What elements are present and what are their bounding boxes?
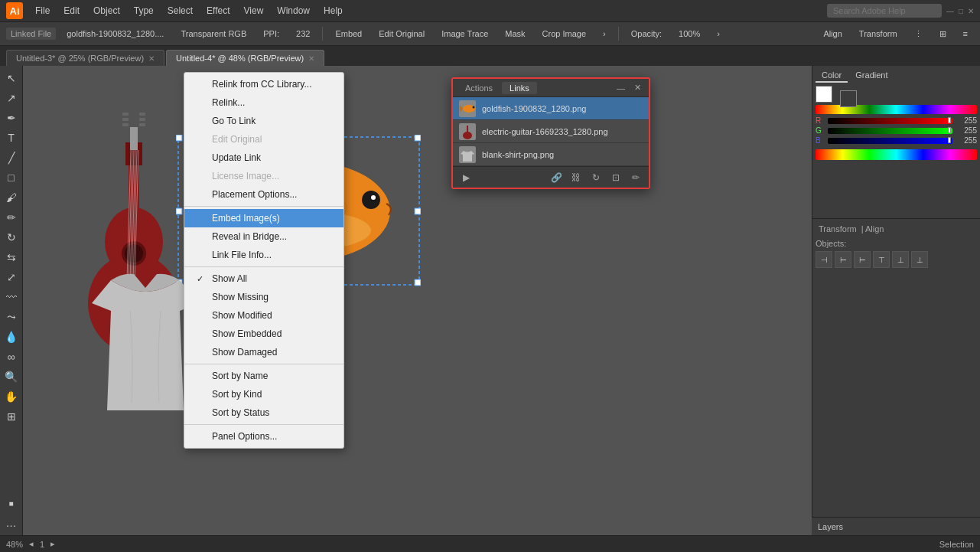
- ctx-sort-name[interactable]: Sort by Name: [184, 367, 343, 385]
- eyedropper-tool[interactable]: 💧: [2, 328, 21, 346]
- selection-tool[interactable]: ↖: [2, 69, 21, 87]
- ctx-link-file-info[interactable]: Link File Info...: [184, 246, 343, 264]
- ctx-sort-kind[interactable]: Sort by Kind: [184, 385, 343, 403]
- transform-button[interactable]: Transform: [853, 27, 903, 41]
- align-button[interactable]: Align: [817, 27, 848, 41]
- ctx-show-missing[interactable]: Show Missing: [184, 288, 343, 306]
- menu-view[interactable]: View: [238, 3, 270, 18]
- pencil-tool[interactable]: ✏: [2, 208, 21, 227]
- align-right-btn[interactable]: ⊢: [854, 251, 871, 268]
- panel-menu-icon[interactable]: ≡: [957, 27, 974, 41]
- fill-stroke-tool[interactable]: ■: [2, 494, 21, 512]
- ctx-placement-options[interactable]: Placement Options...: [184, 185, 343, 204]
- align-left-btn[interactable]: ⊣: [816, 251, 832, 268]
- link-item-shirt[interactable]: blank-shirt-png.png: [453, 143, 649, 166]
- menu-window[interactable]: Window: [271, 3, 316, 18]
- fill-swatch[interactable]: [816, 86, 832, 103]
- relink-icon[interactable]: 🔗: [548, 170, 565, 185]
- menu-type[interactable]: Type: [128, 3, 160, 18]
- rectangle-tool[interactable]: □: [2, 168, 21, 187]
- link-item-fish[interactable]: goldfish-1900832_1280.png: [453, 97, 649, 120]
- ctx-sort-status[interactable]: Sort by Status: [184, 403, 343, 422]
- opacity-value[interactable]: 100%: [672, 27, 706, 41]
- zoom-tool[interactable]: 🔍: [2, 367, 21, 386]
- window-close-icon[interactable]: ✕: [968, 7, 974, 15]
- panel-tab-links[interactable]: Links: [502, 82, 537, 94]
- arrange-icon[interactable]: ⊞: [933, 27, 952, 41]
- panel-minimize-icon[interactable]: —: [614, 83, 628, 93]
- mask-button[interactable]: Mask: [499, 27, 531, 41]
- color-tab-gradient[interactable]: Gradient: [849, 69, 894, 83]
- line-tool[interactable]: ╱: [2, 149, 21, 167]
- hand-tool[interactable]: ✋: [2, 387, 21, 406]
- menu-object[interactable]: Object: [87, 3, 126, 18]
- ctx-panel-options[interactable]: Panel Options...: [184, 427, 343, 446]
- panel-expand-icon[interactable]: ▶: [457, 170, 474, 185]
- more-tools-icon[interactable]: ⋮: [908, 27, 929, 41]
- ctx-show-damaged[interactable]: Show Damaged: [184, 343, 343, 361]
- image-trace-button[interactable]: Image Trace: [435, 27, 494, 41]
- ctx-relink-cc[interactable]: Relink from CC Library...: [184, 75, 343, 93]
- tab-untitled3[interactable]: Untitled-3* @ 25% (RGB/Preview) ✕: [6, 50, 164, 66]
- color-spectrum-full[interactable]: [816, 149, 977, 160]
- ctx-show-all[interactable]: ✓ Show All: [184, 269, 343, 288]
- direct-selection-tool[interactable]: ↗: [2, 89, 21, 107]
- zoom-increase-icon[interactable]: ▸: [50, 539, 55, 549]
- search-input[interactable]: [827, 4, 942, 18]
- more-tools-expand[interactable]: …: [2, 514, 21, 532]
- warp-tool[interactable]: 〰: [2, 288, 21, 306]
- align-top-btn[interactable]: ⊤: [873, 251, 890, 268]
- color-tab-color[interactable]: Color: [816, 69, 848, 83]
- menu-file[interactable]: File: [29, 3, 56, 18]
- r-slider[interactable]: [828, 118, 952, 124]
- ctx-show-embedded[interactable]: Show Embedded: [184, 325, 343, 343]
- layers-tab[interactable]: Layers: [818, 522, 843, 531]
- type-tool[interactable]: T: [2, 129, 21, 147]
- ctx-go-to-link[interactable]: Go To Link: [184, 112, 343, 130]
- panel-tab-actions[interactable]: Actions: [457, 82, 500, 94]
- ctx-reveal-bridge[interactable]: Reveal in Bridge...: [184, 227, 343, 246]
- tab-close-icon2[interactable]: ✕: [308, 54, 314, 63]
- scale-tool[interactable]: ⤢: [2, 268, 21, 286]
- align-center-h-btn[interactable]: ⊢: [835, 251, 851, 268]
- window-minimize-icon[interactable]: —: [946, 7, 954, 15]
- b-slider[interactable]: [828, 138, 952, 144]
- pen-tool[interactable]: ✒: [2, 109, 21, 127]
- align-bottom-btn[interactable]: ⊥: [911, 251, 928, 268]
- crop-image-button[interactable]: Crop Image: [536, 27, 592, 41]
- width-tool[interactable]: ⤳: [2, 308, 21, 326]
- menu-select[interactable]: Select: [161, 3, 199, 18]
- paintbrush-tool[interactable]: 🖌: [2, 188, 21, 207]
- tab-untitled4[interactable]: Untitled-4* @ 48% (RGB/Preview) ✕: [166, 50, 324, 66]
- update-link-icon[interactable]: ↻: [588, 170, 604, 185]
- more-options-button[interactable]: ›: [597, 27, 612, 41]
- window-maximize-icon[interactable]: □: [959, 7, 963, 15]
- tab-close-icon[interactable]: ✕: [148, 54, 155, 63]
- blend-tool[interactable]: ∞: [2, 348, 21, 366]
- embed-button[interactable]: Embed: [329, 27, 368, 41]
- panel-close-icon[interactable]: ✕: [631, 82, 644, 93]
- zoom-decrease-icon[interactable]: ◂: [29, 539, 34, 549]
- edit-icon[interactable]: ✏: [627, 170, 644, 185]
- g-slider[interactable]: [828, 128, 952, 134]
- ctx-relink[interactable]: Relink...: [184, 93, 343, 112]
- menu-effect[interactable]: Effect: [200, 3, 236, 18]
- mirror-tool[interactable]: ⇆: [2, 248, 21, 266]
- stroke-swatch[interactable]: [840, 90, 857, 107]
- align-center-v-btn[interactable]: ⊥: [892, 251, 909, 268]
- canvas-area[interactable]: Actions Links — ✕: [23, 66, 812, 535]
- ctx-show-modified[interactable]: Show Modified: [184, 306, 343, 325]
- r-value: 255: [956, 116, 977, 125]
- link-icon-btn[interactable]: ⛓: [568, 170, 584, 185]
- zoom-level[interactable]: 48%: [6, 540, 23, 549]
- edit-original-button[interactable]: Edit Original: [373, 27, 431, 41]
- menu-edit[interactable]: Edit: [57, 3, 86, 18]
- ctx-embed-images[interactable]: Embed Image(s): [184, 209, 343, 227]
- embed-icon[interactable]: ⊡: [607, 170, 624, 185]
- artboard-tool[interactable]: ⊞: [2, 407, 21, 426]
- ctx-update-link[interactable]: Update Link: [184, 149, 343, 167]
- link-item-guitar[interactable]: electric-guitar-1669233_1280.png: [453, 120, 649, 143]
- menu-help[interactable]: Help: [317, 3, 349, 18]
- rotate-tool[interactable]: ↻: [2, 228, 21, 247]
- opacity-expand-icon[interactable]: ›: [711, 27, 726, 41]
